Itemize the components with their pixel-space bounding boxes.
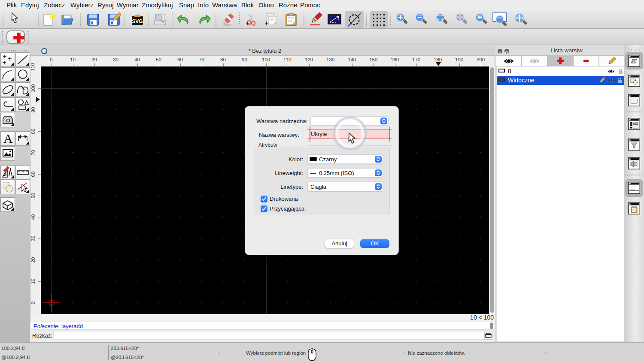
svg-text:SVG: SVG: [132, 18, 143, 24]
